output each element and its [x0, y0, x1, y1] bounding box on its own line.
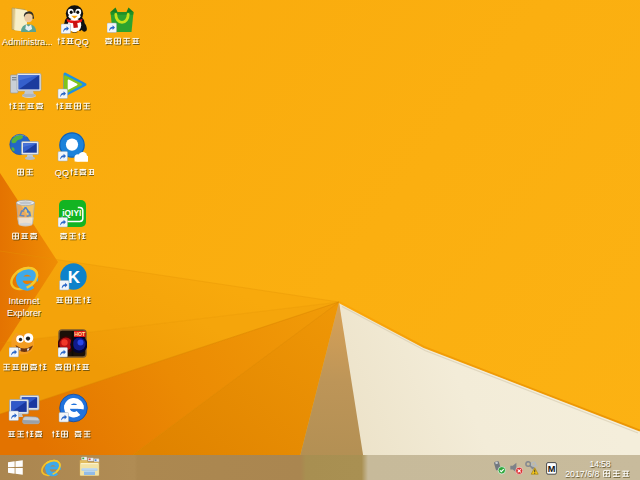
svg-text:Explorer: Explorer: [7, 308, 41, 318]
svg-text:Internet: Internet: [8, 296, 40, 306]
svg-text:Administra...: Administra...: [2, 37, 52, 47]
svg-text:QQ: QQ: [55, 168, 69, 178]
svg-text:K: K: [67, 268, 80, 287]
svg-text:iQIYI: iQIYI: [62, 208, 81, 218]
svg-text:QQ: QQ: [75, 37, 89, 47]
svg-text:HOT: HOT: [74, 331, 86, 337]
